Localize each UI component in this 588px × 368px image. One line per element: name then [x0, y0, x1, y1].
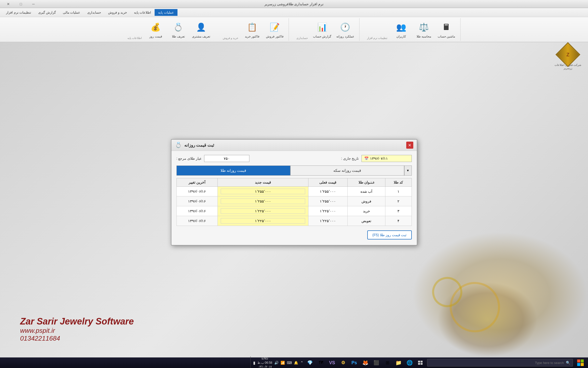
toolbar-tarif-tala[interactable]: 💍 تعریف طلا: [169, 21, 187, 38]
new-price-input[interactable]: [221, 218, 305, 224]
col-header-title: عـنـوان طلا: [348, 178, 385, 187]
date-row: 📅 ۱۳۹۶/۰۷/۱۱ تاریخ جاری : عیار طلای مرجع…: [176, 155, 412, 162]
svg-rect-0: [577, 359, 580, 362]
clock-area: ENG 06:58 ب.ظ ۰۳/۱۰/۲۰۱۷: [257, 356, 272, 368]
tray-lang: ENG: [257, 356, 272, 361]
minimize-button[interactable]: ─: [28, 1, 39, 8]
toolbar: 🖩 ماشین حساب ⚖️ محاسبه طلا 👥 کاربران تنظ…: [0, 17, 588, 42]
new-price-input[interactable]: [221, 189, 305, 194]
taskbar-maps-button[interactable]: 🗺: [316, 359, 326, 367]
users-icon: 👥: [395, 21, 408, 34]
taskbar-ps-button[interactable]: Ps: [350, 359, 359, 367]
table-row: ۳ خرید ۱٬۲۲۵٬۰۰۰ ۱۳۹۶/۰۶/۱۶: [176, 206, 412, 216]
svg-rect-1: [581, 359, 584, 362]
menu-kharid-forosh[interactable]: خرید و فروش: [105, 9, 130, 16]
taskbar-ie-button[interactable]: 🌐: [405, 359, 414, 367]
svg-rect-3: [581, 363, 584, 366]
cell-new-price[interactable]: [217, 187, 308, 196]
toolbar-machine-hesab[interactable]: 🖩 ماشین حساب: [438, 21, 455, 38]
toolbar-gozaresh-hesab[interactable]: 📊 گزارش حساب: [313, 21, 331, 38]
toolbar-faktor-kharid-label: فاکتور خرید: [245, 35, 259, 38]
price-table-body: ۱ آب شده ۱٬۲۵۵٬۰۰۰ ۱۳۹۶/۰۶/۱۶ ۲ فروش ۱٬۲…: [176, 187, 412, 226]
taskbar-browser-button[interactable]: 🦊: [361, 359, 370, 367]
cell-title: خرید: [348, 206, 385, 216]
price-icon: 💰: [149, 21, 162, 34]
cell-code: ۳: [385, 206, 412, 216]
toolbar-faktor-kharid[interactable]: 📋 فاکتور خرید: [243, 21, 261, 38]
taskbar-dev-button[interactable]: ⚙: [339, 359, 348, 367]
taskbar-vs-button[interactable]: VS: [328, 359, 337, 367]
ring-icon: 💍: [172, 21, 185, 34]
toolbar-gheymat-roz[interactable]: 💰 قیمت روز: [147, 21, 164, 38]
system-tray: ⌃ 🔔 ⌨ 📶 🔊 ENG 06:58 ب.ظ ۰۳/۱۰/۲۰۱۷ ▮: [250, 356, 303, 368]
cell-new-price[interactable]: [217, 216, 308, 226]
calculator-icon: 🖩: [440, 21, 453, 34]
toolbar-amalkar-rozane[interactable]: 🕐 عملکرد روزانه: [336, 21, 354, 38]
col-header-last-change: آخرین تغییر: [176, 178, 217, 187]
menu-etelaat-paye[interactable]: اطلاعات پایه: [130, 9, 155, 16]
tab-dropdown-button[interactable]: ▼: [404, 166, 412, 176]
toolbar-karbaran[interactable]: 👥 کاربران: [392, 21, 410, 38]
notification-icon: 🔔: [294, 361, 298, 365]
menu-tanzimaat[interactable]: تنظیمات نرم افزار: [3, 9, 35, 16]
dialog-header: ✕ ثبت قیمت روزانه 💍: [171, 140, 417, 151]
taskbar-cmd-button[interactable]: ⬛: [372, 359, 381, 367]
cell-new-price[interactable]: [217, 206, 308, 216]
table-row: ۴ تعویض ۱٬۲۲۵٬۰۰۰ ۱۳۹۶/۰۶/۱۶: [176, 216, 412, 226]
cell-code: ۴: [385, 216, 412, 226]
dialog-overlay: ✕ ثبت قیمت روزانه 💍 📅 ۱۳۹۶/۰۷: [0, 42, 588, 357]
cell-title: فروش: [348, 196, 385, 206]
taskbar-explorer-button[interactable]: 📁: [394, 359, 403, 367]
svg-rect-5: [421, 361, 423, 362]
save-button[interactable]: ثبت قیمت روز طلا (F5): [367, 230, 412, 239]
col-header-code: کد طلا: [385, 178, 412, 187]
menu-hesabdari[interactable]: حسابداری: [84, 9, 105, 16]
tray-date: ۰۳/۱۰/۲۰۱۷: [257, 365, 272, 368]
dialog-title: ثبت قیمت روزانه: [184, 143, 214, 148]
new-price-input[interactable]: [221, 198, 305, 204]
toolbar-faktor-forosh[interactable]: 📝 فاکتور فروش: [266, 21, 284, 38]
tab-gheymat-tala[interactable]: قیمت روزانه طلا: [176, 166, 290, 176]
volume-icon: 🔊: [274, 361, 279, 365]
scale-icon: ⚖️: [417, 21, 430, 34]
task-view-button[interactable]: [416, 359, 425, 367]
cell-new-price[interactable]: [217, 196, 308, 206]
tray-time: 06:58 ب.ظ: [257, 361, 272, 365]
taskbar-gold-app-button[interactable]: 💎: [305, 359, 314, 367]
tray-caret-icon[interactable]: ⌃: [300, 360, 303, 365]
cell-code: ۲: [385, 196, 412, 206]
toolbar-group-kharid-forosh: 📝 فاکتور فروش 📋 فاکتور خرید خرید و فروش: [223, 18, 289, 41]
cell-current-price: ۱٬۲۲۵٬۰۰۰: [308, 216, 348, 226]
invoice-sale-icon: 📝: [268, 21, 281, 34]
toolbar-karbaran-label: کاربران: [396, 35, 406, 38]
show-desktop-icon[interactable]: ▮: [253, 360, 255, 365]
taskbar-metro-button[interactable]: ⊞: [383, 359, 392, 367]
col-header-current-price: قیمت فعلی: [308, 178, 348, 187]
toolbar-group-etelaat-paye: 👤 تعریف مشتری 💍 تعریف طلا 💰 قیمت روز اطل…: [127, 18, 215, 41]
toolbar-mohasebe-tala[interactable]: ⚖️ محاسبه طلا: [415, 21, 433, 38]
clock-icon: 🕐: [339, 21, 352, 34]
new-price-input[interactable]: [221, 208, 305, 214]
toolbar-tarif-moshtari[interactable]: 👤 تعریف مشتری: [192, 21, 210, 38]
group-etelaat-paye-label: اطلاعات پایه: [127, 36, 142, 41]
menu-amaliyat-paye[interactable]: عملیات پایه: [155, 9, 177, 16]
search-bar[interactable]: 🔍: [427, 359, 573, 366]
search-input[interactable]: [430, 361, 564, 365]
dialog-close-button[interactable]: ✕: [406, 142, 413, 149]
ayar-input[interactable]: [204, 155, 249, 162]
toolbar-amalkar-rozane-label: عملکرد روزانه: [336, 35, 354, 38]
cell-code: ۱: [385, 187, 412, 196]
group-kharid-forosh-label: خرید و فروش: [223, 36, 238, 41]
dialog-ring-icon: 💍: [175, 142, 182, 148]
close-button[interactable]: ✕: [3, 1, 14, 8]
menu-amaliyat-mali[interactable]: عملیات مالی: [59, 9, 84, 16]
tab-gheymat-sekke[interactable]: قیمت روزانه سکه: [290, 166, 404, 176]
tabs-row: ▼ قیمت روزانه سکه قیمت روزانه طلا: [176, 166, 412, 176]
start-button[interactable]: [575, 359, 586, 367]
dialog-title-area: ثبت قیمت روزانه 💍: [175, 142, 214, 148]
maximize-button[interactable]: □: [15, 1, 27, 8]
menu-gozaresh-giri[interactable]: گزارش گیری: [35, 9, 59, 16]
customer-icon: 👤: [195, 21, 208, 34]
windows-logo-icon: [577, 359, 584, 366]
toolbar-gheymat-roz-label: قیمت روز: [149, 35, 162, 38]
